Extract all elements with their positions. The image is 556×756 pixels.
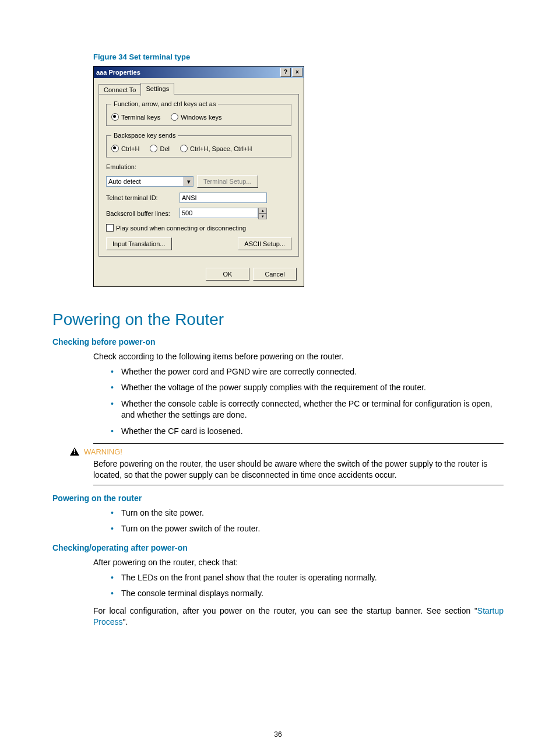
backscroll-spinner[interactable]: 500 ▴▾: [180, 208, 267, 219]
list-item: Whether the CF card is loosened.: [111, 426, 504, 438]
spin-up-icon[interactable]: ▴: [258, 208, 267, 214]
tab-strip: Connect To Settings: [98, 83, 299, 94]
list-item: The LEDs on the front panel show that th…: [111, 572, 504, 584]
warning-text: Before powering on the router, the user …: [93, 459, 504, 481]
radio-del[interactable]: Del: [150, 145, 170, 152]
checkbox-play-sound[interactable]: [106, 224, 114, 232]
group-backspace-legend: Backspace key sends: [111, 132, 178, 139]
backscroll-label: Backscroll buffer lines:: [106, 210, 176, 217]
play-sound-label: Play sound when connecting or disconnect…: [116, 225, 246, 232]
radio-icon: [150, 145, 157, 152]
group-function-keys: Function, arrow, and ctrl keys act as Te…: [106, 100, 291, 126]
telnet-id-label: Telnet terminal ID:: [106, 194, 176, 201]
intro-paragraph-after: After powering on the router, check that…: [93, 557, 504, 569]
terminal-setup-button[interactable]: Terminal Setup...: [197, 175, 258, 188]
radio-icon: [111, 145, 119, 152]
radio-icon: [171, 113, 178, 121]
warning-box: WARNING! Before powering on the router, …: [93, 443, 504, 485]
group-function-keys-legend: Function, arrow, and ctrl keys act as: [111, 100, 218, 107]
help-icon[interactable]: ?: [280, 68, 291, 77]
warning-icon: [70, 447, 79, 456]
list-item: Whether the voltage of the power supply …: [111, 382, 504, 394]
list-item: Whether the console cable is correctly c…: [111, 398, 504, 421]
figure-caption: Figure 34 Set terminal type: [93, 52, 504, 61]
emulation-label: Emulation:: [106, 163, 176, 170]
local-config-paragraph: For local configuration, after you power…: [93, 606, 504, 628]
titlebar: aaa Properties ? ×: [94, 66, 304, 78]
ok-button[interactable]: OK: [206, 268, 249, 281]
subheading-checking-before: Checking before power-on: [52, 337, 504, 346]
warning-label: WARNING!: [84, 447, 122, 456]
radio-icon: [180, 145, 188, 152]
spin-down-icon[interactable]: ▾: [258, 214, 267, 219]
telnet-id-input[interactable]: ANSI: [180, 192, 267, 203]
properties-dialog: aaa Properties ? × Connect To Settings F…: [93, 66, 304, 287]
input-translation-button[interactable]: Input Translation...: [106, 237, 172, 250]
section-heading: Powering on the Router: [52, 310, 504, 329]
list-item: Whether the power cord and PGND wire are…: [111, 366, 504, 378]
tab-panel-settings: Function, arrow, and ctrl keys act as Te…: [98, 94, 299, 257]
list-item: Turn on the site power.: [111, 508, 504, 519]
intro-paragraph: Check according to the following items b…: [93, 351, 504, 363]
radio-ctrlh[interactable]: Ctrl+H: [111, 145, 139, 152]
emulation-combo[interactable]: Auto detect ▾: [106, 176, 193, 187]
chevron-down-icon: ▾: [184, 177, 193, 186]
group-backspace: Backspace key sends Ctrl+H Del Ctrl+H, S…: [106, 132, 291, 158]
radio-windows-keys[interactable]: Windows keys: [171, 113, 221, 121]
emulation-value: Auto detect: [108, 178, 141, 185]
cancel-button[interactable]: Cancel: [253, 268, 297, 281]
subheading-checking-after: Checking/operating after power-on: [52, 543, 504, 552]
bullet-list-after: The LEDs on the front panel show that th…: [111, 572, 504, 600]
bullet-list-before: Whether the power cord and PGND wire are…: [111, 366, 504, 438]
radio-terminal-keys[interactable]: Terminal keys: [111, 113, 160, 121]
list-item: The console terminal displays normally.: [111, 588, 504, 600]
dialog-footer: OK Cancel: [94, 262, 304, 286]
close-icon[interactable]: ×: [292, 68, 302, 77]
page-number: 36: [0, 730, 556, 738]
radio-ctrlh-space[interactable]: Ctrl+H, Space, Ctrl+H: [180, 145, 252, 152]
bullet-list-poweron: Turn on the site power. Turn on the powe…: [111, 508, 504, 535]
window-title: aaa Properties: [96, 69, 140, 76]
tab-settings[interactable]: Settings: [140, 83, 174, 94]
list-item: Turn on the power switch of the router.: [111, 523, 504, 535]
subheading-powering-on: Powering on the router: [52, 494, 504, 503]
radio-icon: [111, 113, 119, 121]
ascii-setup-button[interactable]: ASCII Setup...: [238, 237, 291, 250]
page: Figure 34 Set terminal type aaa Properti…: [0, 0, 556, 756]
